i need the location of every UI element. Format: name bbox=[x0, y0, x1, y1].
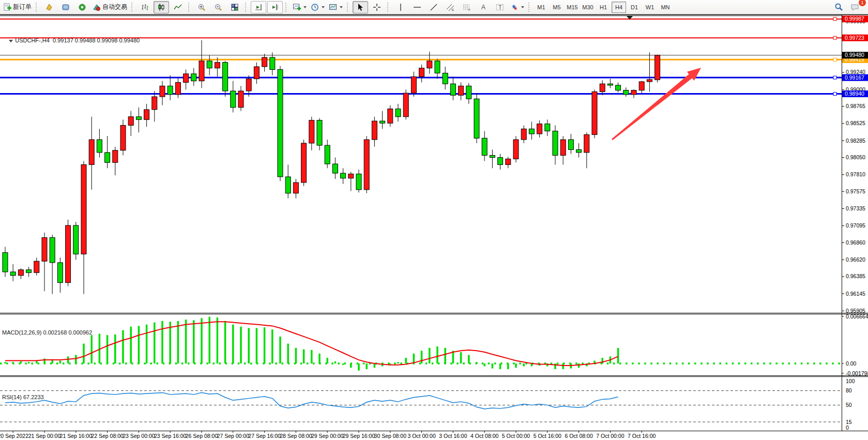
candle-body bbox=[191, 74, 196, 81]
timeframe-mn[interactable]: MN bbox=[658, 2, 673, 13]
rsi-indicator-label: RSI(14) 67.2233 bbox=[2, 394, 44, 400]
zoom-out-icon bbox=[214, 3, 222, 11]
text-button[interactable]: A bbox=[476, 1, 491, 13]
candle-body bbox=[616, 85, 621, 90]
crosshair-icon bbox=[373, 3, 381, 11]
line-chart-icon bbox=[174, 3, 182, 11]
candle-body bbox=[10, 272, 16, 276]
candle-body bbox=[443, 73, 448, 84]
chart-shift-button[interactable] bbox=[267, 1, 283, 13]
candle-body bbox=[600, 84, 605, 92]
svg-text:30 Sep 08:00: 30 Sep 08:00 bbox=[374, 433, 407, 439]
new-order-button[interactable]: 新订单 bbox=[2, 1, 33, 13]
svg-text:0.99167: 0.99167 bbox=[845, 74, 864, 81]
symbol-expand-icon[interactable] bbox=[9, 40, 13, 42]
data-window-button[interactable] bbox=[58, 1, 73, 13]
toolbar-grip bbox=[347, 3, 350, 12]
chevron-down-icon bbox=[322, 6, 325, 8]
new-chart-button[interactable] bbox=[291, 1, 308, 13]
new-order-label: 新订单 bbox=[13, 3, 32, 11]
zoom-out-button[interactable] bbox=[210, 1, 226, 13]
hline-handle[interactable] bbox=[833, 36, 836, 39]
auto-trading-icon bbox=[93, 3, 101, 11]
svg-text:15: 15 bbox=[846, 419, 852, 425]
candle-body bbox=[631, 90, 636, 95]
candle-body bbox=[490, 155, 495, 157]
chart-window[interactable]: 0.999550.992400.990000.987650.985250.982… bbox=[0, 14, 868, 440]
candle-body bbox=[474, 99, 479, 138]
notification-badge: 1 bbox=[859, 0, 866, 6]
candle-body bbox=[623, 90, 629, 95]
timeframe-m30[interactable]: M30 bbox=[581, 2, 595, 13]
candle-body bbox=[356, 174, 361, 189]
horizontal-line-button[interactable] bbox=[409, 1, 425, 13]
cursor-button[interactable] bbox=[353, 1, 368, 13]
svg-text:0.99723: 0.99723 bbox=[845, 35, 864, 41]
auto-trading-button[interactable]: 自动交易 bbox=[91, 1, 129, 13]
search-button[interactable] bbox=[831, 1, 846, 13]
svg-text:0.98050: 0.98050 bbox=[846, 154, 865, 160]
templates-icon bbox=[329, 3, 337, 11]
arrows-tool-button[interactable] bbox=[509, 1, 526, 13]
chart-canvas[interactable]: 0.999550.992400.990000.987650.985250.982… bbox=[0, 14, 868, 440]
crosshair-button[interactable] bbox=[369, 1, 385, 13]
hline-handle[interactable] bbox=[833, 76, 836, 79]
cursor-icon bbox=[356, 3, 364, 11]
timeframe-d1[interactable]: D1 bbox=[627, 2, 642, 13]
candle-body bbox=[50, 237, 55, 262]
hline-handle[interactable] bbox=[833, 58, 836, 61]
candle-body bbox=[450, 84, 455, 95]
svg-text:27 Sep 00:00: 27 Sep 00:00 bbox=[217, 433, 250, 439]
timeframe-m1[interactable]: M1 bbox=[534, 2, 549, 13]
candle-body bbox=[435, 61, 440, 73]
text-label-icon: T bbox=[496, 3, 504, 11]
trendline-button[interactable] bbox=[426, 1, 441, 13]
svg-text:22 Sep 08:00: 22 Sep 08:00 bbox=[91, 433, 124, 439]
line-chart-button[interactable] bbox=[170, 1, 186, 13]
candle-body bbox=[285, 177, 291, 193]
navigator-button[interactable] bbox=[74, 1, 90, 13]
timeframe-m5[interactable]: M5 bbox=[550, 2, 564, 13]
candlestick-chart-icon bbox=[157, 3, 165, 11]
svg-text:26 Sep 08:00: 26 Sep 08:00 bbox=[186, 433, 218, 439]
svg-text:0.97575: 0.97575 bbox=[846, 188, 865, 194]
chat-icon bbox=[850, 3, 860, 11]
timeframe-w1[interactable]: W1 bbox=[643, 2, 657, 13]
tile-windows-icon bbox=[231, 3, 239, 11]
periods-button[interactable] bbox=[309, 1, 326, 13]
candle-body bbox=[348, 174, 354, 178]
equidistant-channel-button[interactable]: E bbox=[443, 1, 458, 13]
chart-area[interactable]: 0.999550.992400.990000.987650.985250.982… bbox=[0, 14, 868, 440]
candle-body bbox=[466, 86, 471, 99]
notifications-button[interactable]: 1 bbox=[847, 1, 863, 13]
candle-body bbox=[136, 117, 141, 120]
timeframe-h4[interactable]: H4 bbox=[612, 2, 626, 13]
candle-body bbox=[215, 63, 220, 68]
timeframe-m15[interactable]: M15 bbox=[565, 2, 580, 13]
candle-body bbox=[395, 109, 401, 117]
auto-scroll-button[interactable] bbox=[251, 1, 266, 13]
text-label-button[interactable]: T bbox=[492, 1, 508, 13]
hline-handle[interactable] bbox=[833, 92, 836, 95]
candle-body bbox=[26, 270, 32, 273]
candle-body bbox=[254, 67, 259, 79]
fibonacci-button[interactable]: F bbox=[459, 1, 475, 13]
text-icon: A bbox=[479, 3, 488, 11]
candlestick-chart-button[interactable] bbox=[154, 1, 169, 13]
candle-body bbox=[3, 253, 8, 272]
svg-text:29 Sep 16:00: 29 Sep 16:00 bbox=[343, 433, 375, 439]
templates-button[interactable] bbox=[327, 1, 344, 13]
market-watch-button[interactable] bbox=[41, 1, 57, 13]
vertical-line-button[interactable] bbox=[393, 1, 408, 13]
timeframe-h1[interactable]: H1 bbox=[596, 2, 611, 13]
candle-body bbox=[560, 140, 566, 155]
hline-handle[interactable] bbox=[833, 18, 836, 21]
bar-chart-button[interactable] bbox=[137, 1, 153, 13]
candle-body bbox=[427, 61, 432, 68]
candle-body bbox=[223, 63, 228, 91]
candle-body bbox=[403, 93, 408, 117]
svg-text:3 Oct 00:00: 3 Oct 00:00 bbox=[407, 433, 435, 439]
zoom-in-button[interactable] bbox=[194, 1, 209, 13]
tile-windows-button[interactable] bbox=[227, 1, 242, 13]
candle-body bbox=[521, 129, 526, 140]
